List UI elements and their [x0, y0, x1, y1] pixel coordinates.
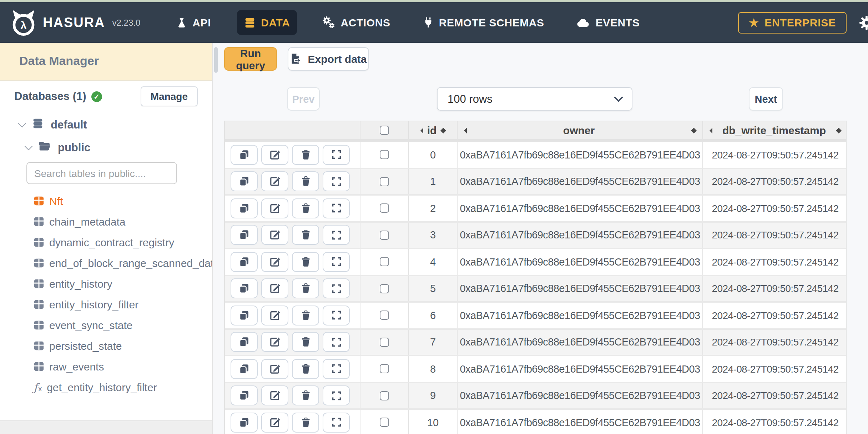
- nav-item-events[interactable]: EVENTS: [570, 10, 647, 35]
- cell-owner: 0xaBA7161A7fb69c88e16ED9f455CE62B791EE4D…: [458, 142, 703, 167]
- expand-row-button[interactable]: [323, 359, 350, 379]
- edit-row-button[interactable]: [261, 359, 288, 379]
- clone-row-button[interactable]: [231, 359, 258, 379]
- delete-row-button[interactable]: [292, 386, 319, 406]
- collapse-column-icon[interactable]: [418, 127, 424, 133]
- edit-row-button[interactable]: [261, 198, 288, 218]
- nav-item-remote-schemas[interactable]: REMOTE SCHEMAS: [416, 10, 551, 35]
- row-checkbox[interactable]: [380, 231, 389, 240]
- sidebar-item-dynamic_contract_registry[interactable]: dynamic_contract_registry: [0, 232, 212, 253]
- sidebar-item-entity_history_filter[interactable]: entity_history_filter: [0, 294, 212, 315]
- enterprise-button[interactable]: ★ ENTERPRISE: [738, 12, 847, 33]
- search-tables-input[interactable]: [26, 162, 177, 184]
- expand-row-button[interactable]: [323, 145, 350, 165]
- delete-row-button[interactable]: [292, 306, 319, 326]
- edit-row-button[interactable]: [261, 225, 288, 245]
- clone-row-button[interactable]: [231, 306, 258, 326]
- export-data-button[interactable]: Export data: [288, 47, 369, 71]
- expand-row-button[interactable]: [323, 172, 350, 192]
- delete-row-button[interactable]: [292, 413, 319, 433]
- row-checkbox[interactable]: [380, 418, 389, 427]
- expand-row-button[interactable]: [323, 306, 350, 326]
- gears-icon: [323, 16, 335, 29]
- edit-row-button[interactable]: [261, 413, 288, 433]
- table-row: 00xaBA7161A7fb69c88e16ED9f455CE62B791EE4…: [225, 142, 846, 169]
- nav-item-label: EVENTS: [596, 16, 640, 29]
- row-checkbox[interactable]: [380, 177, 389, 186]
- prev-page-button[interactable]: Prev: [287, 87, 320, 111]
- expand-row-button[interactable]: [323, 386, 350, 406]
- nav-item-api[interactable]: API: [169, 10, 218, 35]
- clone-row-button[interactable]: [231, 198, 258, 218]
- row-checkbox[interactable]: [380, 284, 389, 293]
- edit-row-button[interactable]: [261, 279, 288, 299]
- chevron-down-icon[interactable]: [18, 120, 26, 128]
- edit-row-button[interactable]: [261, 332, 288, 352]
- expand-row-button[interactable]: [323, 198, 350, 218]
- sidebar-item-entity_history[interactable]: entity_history: [0, 273, 212, 294]
- clone-row-button[interactable]: [231, 172, 258, 192]
- row-checkbox[interactable]: [380, 311, 389, 320]
- next-page-button[interactable]: Next: [749, 87, 783, 111]
- expand-row-button[interactable]: [323, 332, 350, 352]
- collapse-column-icon[interactable]: [461, 127, 467, 133]
- expand-row-button[interactable]: [323, 279, 350, 299]
- table-row: 80xaBA7161A7fb69c88e16ED9f455CE62B791EE4…: [225, 356, 846, 383]
- nav-item-actions[interactable]: ACTIONS: [316, 10, 397, 35]
- sort-icon[interactable]: [440, 125, 446, 136]
- delete-row-button[interactable]: [292, 172, 319, 192]
- sidebar-item-persisted_state[interactable]: persisted_state: [0, 335, 212, 356]
- delete-row-button[interactable]: [292, 252, 319, 272]
- manage-button[interactable]: Manage: [141, 86, 198, 106]
- sidebar-item-raw_events[interactable]: raw_events: [0, 356, 212, 377]
- sidebar-item-label: event_sync_state: [49, 319, 133, 331]
- delete-row-button[interactable]: [292, 145, 319, 165]
- delete-row-button[interactable]: [292, 198, 319, 218]
- clone-row-button[interactable]: [231, 279, 258, 299]
- table-icon: [34, 299, 44, 310]
- row-checkbox[interactable]: [380, 204, 389, 213]
- settings-gear-icon[interactable]: [859, 15, 868, 30]
- clone-row-button[interactable]: [231, 252, 258, 272]
- row-checkbox[interactable]: [380, 364, 389, 374]
- clone-row-button[interactable]: [231, 332, 258, 352]
- nav-item-data[interactable]: DATA: [237, 10, 297, 35]
- edit-row-button[interactable]: [261, 172, 288, 192]
- run-query-button[interactable]: Run query: [224, 47, 277, 71]
- edit-row-button[interactable]: [261, 386, 288, 406]
- clone-row-button[interactable]: [231, 413, 258, 433]
- cell-owner: 0xaBA7161A7fb69c88e16ED9f455CE62B791EE4D…: [458, 410, 703, 434]
- expand-row-button[interactable]: [323, 413, 350, 433]
- expand-row-button[interactable]: [323, 225, 350, 245]
- sort-icon[interactable]: [691, 125, 697, 136]
- row-checkbox[interactable]: [380, 150, 389, 160]
- edit-row-button[interactable]: [261, 145, 288, 165]
- sidebar-item-chain_metadata[interactable]: chain_metadata: [0, 211, 212, 232]
- cell-id: 0: [409, 142, 458, 167]
- sidebar-item-Nft[interactable]: Nft: [0, 191, 212, 211]
- clone-row-button[interactable]: [231, 386, 258, 406]
- clone-row-button[interactable]: [231, 145, 258, 165]
- expand-row-button[interactable]: [323, 252, 350, 272]
- sidebar-item-get_entity_history_filter[interactable]: ƒxget_entity_history_filter: [0, 377, 212, 398]
- clone-row-button[interactable]: [231, 225, 258, 245]
- delete-row-button[interactable]: [292, 332, 319, 352]
- row-checkbox[interactable]: [380, 338, 389, 347]
- delete-row-button[interactable]: [292, 225, 319, 245]
- edit-row-button[interactable]: [261, 306, 288, 326]
- edit-row-button[interactable]: [261, 252, 288, 272]
- delete-row-button[interactable]: [292, 359, 319, 379]
- select-all-checkbox[interactable]: [380, 126, 389, 135]
- sort-icon[interactable]: [836, 125, 842, 136]
- tree-node-public[interactable]: public: [26, 141, 212, 154]
- sidebar-item-end_of_block_range_scanned_data[interactable]: end_of_block_range_scanned_data: [0, 253, 212, 273]
- nav-item-label: DATA: [261, 16, 290, 29]
- row-checkbox[interactable]: [380, 257, 389, 267]
- rows-per-page-select[interactable]: 100 rows: [437, 87, 632, 111]
- tree-node-default[interactable]: default: [19, 118, 212, 132]
- delete-row-button[interactable]: [292, 279, 319, 299]
- collapse-column-icon[interactable]: [707, 127, 712, 133]
- row-checkbox[interactable]: [380, 391, 389, 400]
- chevron-down-icon[interactable]: [25, 142, 33, 150]
- sidebar-item-event_sync_state[interactable]: event_sync_state: [0, 315, 212, 335]
